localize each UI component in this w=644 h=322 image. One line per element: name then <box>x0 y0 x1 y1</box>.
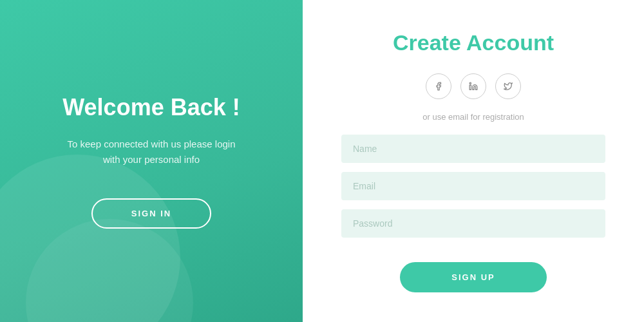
create-account-title: Create Account <box>393 30 554 55</box>
or-use-email-text: or use email for registration <box>422 112 524 122</box>
password-input[interactable] <box>341 209 605 238</box>
linkedin-icon[interactable] <box>460 73 486 99</box>
welcome-subtitle: To keep connected with us please login w… <box>67 137 235 167</box>
name-input[interactable] <box>341 135 605 163</box>
email-input[interactable] <box>341 172 605 200</box>
sign-in-button[interactable]: SIGN IN <box>91 198 211 229</box>
svg-rect-0 <box>469 85 471 90</box>
sign-up-button[interactable]: SIGN UP <box>400 262 546 292</box>
email-field-group <box>341 172 605 200</box>
social-icons-row <box>426 73 521 99</box>
right-panel: Create Account or use email for registra… <box>303 0 644 322</box>
welcome-title: Welcome Back ! <box>62 94 240 121</box>
name-field-group <box>341 135 605 163</box>
facebook-icon[interactable] <box>426 73 451 99</box>
password-field-group <box>341 209 605 238</box>
left-panel: Welcome Back ! To keep connected with us… <box>0 0 303 322</box>
twitter-icon[interactable] <box>495 73 521 99</box>
svg-point-1 <box>469 82 471 84</box>
